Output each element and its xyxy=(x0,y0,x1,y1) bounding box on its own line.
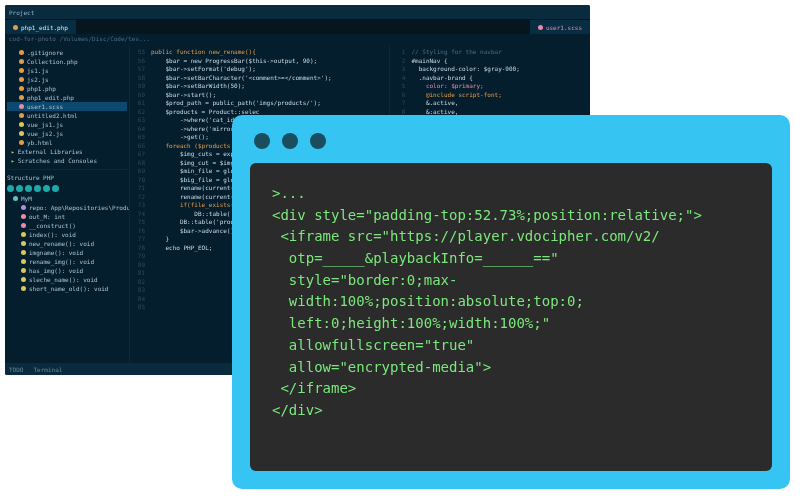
structure-item[interactable]: rename_img(): void xyxy=(7,257,127,266)
tree-item[interactable]: yb.html xyxy=(7,138,127,147)
structure-item[interactable]: has_img(): void xyxy=(7,266,127,275)
tree-item[interactable]: .gitignore xyxy=(7,48,127,57)
tree-item[interactable]: ▸External Libraries xyxy=(7,147,127,156)
tree-item[interactable]: Collection.php xyxy=(7,57,127,66)
file-icon xyxy=(538,25,543,30)
tree-item[interactable]: js1.js xyxy=(7,66,127,75)
terminal-tab[interactable]: Terminal xyxy=(33,366,62,373)
tree-item[interactable]: ▸Scratches and Consoles xyxy=(7,156,127,165)
editor-tabs: php1_edit.php user1.scss xyxy=(5,20,590,34)
structure-panel: Structure PHP MyMrepo: App\Repositories\… xyxy=(7,169,127,293)
terminal-window: >...<div style="padding-top:52.73%;posit… xyxy=(232,115,790,489)
tree-item[interactable]: php1.php xyxy=(7,84,127,93)
tree-item[interactable]: js2.js xyxy=(7,75,127,84)
structure-header[interactable]: Structure PHP xyxy=(7,172,127,183)
ide-toolbar: Project xyxy=(5,5,590,20)
structure-item[interactable]: sleche_name(): void xyxy=(7,275,127,284)
structure-item[interactable]: __construct() xyxy=(7,221,127,230)
project-label[interactable]: Project xyxy=(9,9,34,16)
tree-item[interactable]: vue_js2.js xyxy=(7,129,127,138)
structure-item[interactable]: imgname(): void xyxy=(7,248,127,257)
tree-item[interactable]: php1_edit.php xyxy=(7,93,127,102)
structure-item[interactable]: short_name_old(): void xyxy=(7,284,127,293)
gutter: 5556575859606162636465666768697071727374… xyxy=(130,46,148,363)
structure-item[interactable]: new_rename(): void xyxy=(7,239,127,248)
structure-item[interactable]: index(): void xyxy=(7,230,127,239)
tree-item[interactable]: vue_js1.js xyxy=(7,120,127,129)
terminal-body[interactable]: >...<div style="padding-top:52.73%;posit… xyxy=(250,163,772,471)
tab-scss[interactable]: user1.scss xyxy=(530,20,590,34)
tree-item[interactable]: user1.scss xyxy=(7,102,127,111)
traffic-dot[interactable] xyxy=(254,133,270,149)
structure-item[interactable]: MyM xyxy=(7,194,127,203)
traffic-dot[interactable] xyxy=(282,133,298,149)
terminal-titlebar xyxy=(250,129,772,163)
file-icon xyxy=(13,25,18,30)
structure-item[interactable]: repo: App\Repositories\ProductRepo xyxy=(7,203,127,212)
structure-item[interactable]: out_M: int xyxy=(7,212,127,221)
tab-php[interactable]: php1_edit.php xyxy=(5,20,76,34)
tree-item[interactable]: untitled2.html xyxy=(7,111,127,120)
project-tree[interactable]: .gitignoreCollection.phpjs1.jsjs2.jsphp1… xyxy=(5,46,130,363)
todo-tab[interactable]: TODO xyxy=(9,366,23,373)
breadcrumb[interactable]: cod-for-photo /Volumes/Disc/Code/tes... xyxy=(5,34,590,46)
traffic-dot[interactable] xyxy=(310,133,326,149)
